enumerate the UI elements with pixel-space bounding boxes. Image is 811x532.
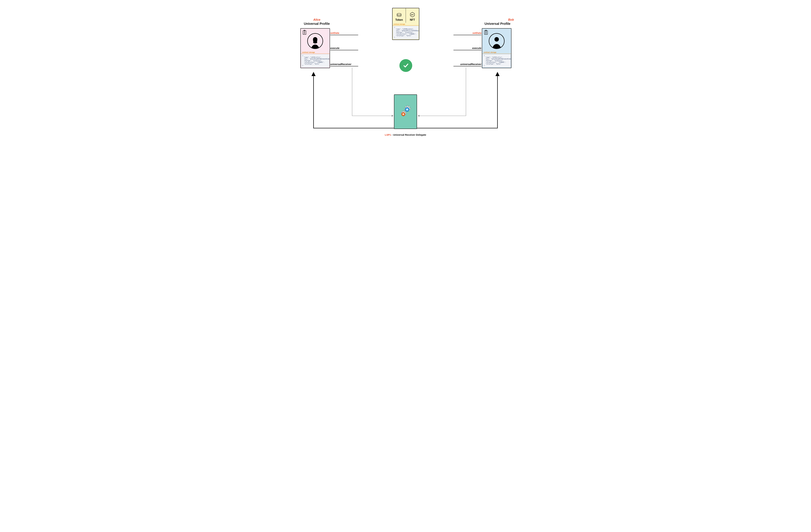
- delegate-caption: LSP1 - Universal Receiver Delegate: [292, 133, 519, 136]
- alice-method-universalreceiver: universalReceiver: [330, 63, 358, 66]
- execute-label: execute: [472, 47, 481, 50]
- svg-point-6: [494, 37, 499, 42]
- svg-text:NFT: NFT: [411, 14, 414, 16]
- alice-storage-label: contract storage: [301, 51, 330, 54]
- alice-method-execute: execute: [330, 47, 358, 50]
- nft-hexagon-icon: NFT: [410, 12, 415, 17]
- alice-name: Alice: [301, 18, 333, 21]
- nft-label: NFT: [410, 18, 415, 21]
- asset-storage-label: contract storage: [393, 23, 419, 25]
- setdata-label: setData: [330, 32, 339, 35]
- checkmark-icon: [402, 62, 410, 69]
- bob-profile-card: contract storage { "name": "LSP3Profile"…: [482, 28, 511, 68]
- bob-method-execute: execute: [454, 47, 481, 50]
- bob-subtitle: Universal Profile: [481, 22, 514, 26]
- person-female-icon: [308, 35, 322, 48]
- bob-title-block: Bob Universal Profile: [481, 18, 514, 26]
- asset-token-col: Token: [393, 8, 406, 23]
- success-check-badge: [399, 59, 412, 72]
- bob-method-setdata: setData: [454, 32, 481, 35]
- svg-point-7: [397, 13, 401, 15]
- alice-method-setdata: setData: [330, 32, 358, 35]
- universalreceiver-label: universalReceiver: [460, 63, 481, 66]
- delegate-caption-rest: - Universal Receiver Delegate: [391, 133, 426, 136]
- execute-label: execute: [330, 47, 339, 50]
- alice-card-top: [301, 29, 330, 51]
- alice-title-block: Alice Universal Profile: [301, 18, 333, 26]
- bob-avatar: [482, 33, 511, 49]
- gears-icon: [397, 104, 414, 120]
- setdata-label: setData: [473, 32, 481, 35]
- svg-point-5: [486, 32, 487, 33]
- coins-icon: [396, 13, 402, 17]
- asset-card: Token NFT NFT contract storage { "name":…: [392, 8, 419, 40]
- universalreceiver-label: universalReceiver: [330, 63, 351, 66]
- delegate-caption-prefix: LSP1: [385, 133, 391, 136]
- bob-storage-json: { "name": "LSP3Profile", "key": "0x5ef83…: [483, 54, 510, 67]
- bob-name: Bob: [481, 18, 514, 21]
- asset-nft-col: NFT NFT: [406, 8, 419, 23]
- diagram-canvas: Alice Universal Profile contract storage: [292, 0, 519, 149]
- svg-point-2: [304, 32, 305, 33]
- token-label: Token: [395, 18, 403, 21]
- alice-storage-json: { "name": "LSP3Profile", "key": "0x5ef83…: [301, 54, 329, 67]
- delegate-card: [394, 94, 417, 129]
- asset-card-top: Token NFT NFT: [393, 8, 419, 23]
- alice-profile-card: contract storage { "name": "LSP3Profile"…: [301, 28, 330, 68]
- asset-storage-json: { "name": "LSP4Metadata", "key": "0x9afb…: [393, 26, 418, 39]
- alice-subtitle: Universal Profile: [301, 22, 333, 26]
- alice-avatar: [301, 33, 330, 49]
- svg-point-13: [402, 113, 404, 115]
- svg-point-11: [406, 109, 408, 110]
- bob-storage-label: contract storage: [482, 51, 511, 54]
- person-male-icon: [490, 35, 504, 48]
- bob-card-top: [482, 29, 511, 51]
- bob-method-universalreceiver: universalReceiver: [454, 63, 481, 66]
